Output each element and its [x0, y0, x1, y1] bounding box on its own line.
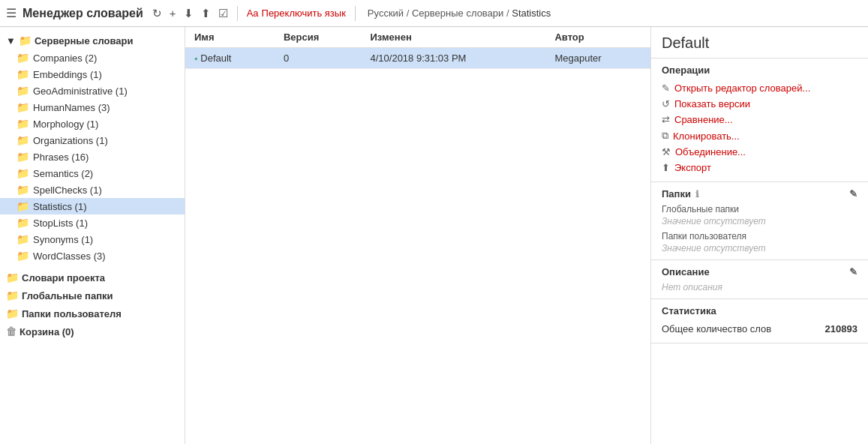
sidebar-item-organizations[interactable]: 📁 Organizations (1): [0, 132, 185, 148]
sidebar-item-label: WordClasses (3): [33, 250, 106, 262]
col-modified[interactable]: Изменен: [361, 27, 545, 48]
server-dicts-header[interactable]: ▼ 📁 Серверные словари: [0, 32, 185, 50]
folder-icon: 📁: [17, 250, 29, 262]
cell-version: 0: [275, 48, 362, 69]
description-empty: Нет описания: [662, 282, 857, 292]
upload-icon[interactable]: ⬆: [201, 7, 211, 20]
sidebar-item-statistics[interactable]: 📁 Statistics (1): [0, 198, 185, 214]
stats-title: Статистика: [662, 305, 857, 316]
folder-icon: 📁: [17, 101, 29, 113]
sidebar-item-phrases[interactable]: 📁 Phrases (16): [0, 148, 185, 165]
stats-section: Статистика Общее количество слов210893: [651, 299, 868, 344]
folder-icon: 📁: [17, 118, 29, 130]
folder-icon: 📁: [17, 52, 29, 64]
menu-icon[interactable]: ☰: [6, 6, 17, 20]
folder-icon: 📁: [17, 85, 29, 97]
topbar: ☰ Менеджер словарей ↻ + ⬇ ⬆ ☑ Aa Переклю…: [0, 0, 868, 27]
breadcrumb-part2[interactable]: Серверные словари: [412, 8, 503, 19]
add-icon[interactable]: +: [170, 7, 176, 20]
operation-item[interactable]: ⬆Экспорт: [662, 160, 857, 176]
folders-edit-icon[interactable]: ✎: [849, 188, 857, 200]
description-title: Описание ✎: [662, 266, 857, 278]
cell-author: Megaputer: [545, 48, 650, 69]
folder-icon: 📁: [17, 134, 29, 146]
collapse-icon: ▼: [6, 35, 16, 46]
operation-icon: ↺: [662, 98, 670, 110]
global-folders-header[interactable]: 📁 Глобальные папки: [0, 286, 185, 304]
sidebar-item-companies[interactable]: 📁 Companies (2): [0, 50, 185, 66]
server-dicts-label: Серверные словари: [35, 35, 134, 46]
sidebar-item-embeddings[interactable]: 📁 Embeddings (1): [0, 66, 185, 82]
folder-icon: 📁: [17, 167, 29, 179]
operation-item[interactable]: ✎Открыть редактор словарей...: [662, 80, 857, 96]
check-icon[interactable]: ☑: [218, 7, 228, 20]
project-dicts-folder-icon: 📁: [6, 272, 19, 284]
cell-name: ▪Default: [185, 48, 275, 69]
sidebar-item-wordclasses[interactable]: 📁 WordClasses (3): [0, 248, 185, 264]
operation-label: Показать версии: [674, 98, 750, 110]
operation-item[interactable]: ↺Показать версии: [662, 96, 857, 112]
download-icon[interactable]: ⬇: [184, 7, 194, 20]
folders-info-icon: ℹ: [695, 189, 699, 200]
operation-label: Открыть редактор словарей...: [674, 82, 810, 94]
global-folders-empty: Значение отсутствует: [662, 216, 857, 226]
sidebar-item-humannames[interactable]: 📁 HumanNames (3): [0, 99, 185, 116]
project-dicts-label: Словари проекта: [22, 272, 105, 284]
sidebar-item-morphology[interactable]: 📁 Morphology (1): [0, 116, 185, 132]
dict-table: Имя Версия Изменен Автор ▪Default 0 4/10…: [185, 27, 650, 444]
operation-label: Сравнение...: [674, 114, 733, 125]
refresh-icon[interactable]: ↻: [152, 7, 162, 20]
sidebar: ▼ 📁 Серверные словари 📁 Companies (2) 📁 …: [0, 27, 185, 444]
user-folders-sublabel: Папки пользователя: [662, 231, 857, 242]
operation-label: Объединение...: [675, 146, 746, 158]
dictionaries-table: Имя Версия Изменен Автор ▪Default 0 4/10…: [185, 27, 650, 69]
stat-value: 210893: [825, 323, 857, 334]
topbar-actions: ↻ + ⬇ ⬆ ☑: [152, 7, 228, 20]
sidebar-item-label: Synonyms (1): [33, 234, 93, 245]
sidebar-item-label: Embeddings (1): [33, 69, 102, 80]
folders-title: Папки ℹ ✎: [662, 188, 857, 200]
table-row[interactable]: ▪Default 0 4/10/2018 9:31:03 PM Megapute…: [185, 48, 650, 69]
operation-item[interactable]: ⧉Клонировать...: [662, 128, 857, 144]
topbar-divider: [237, 6, 238, 21]
user-folders-header[interactable]: 📁 Папки пользователя: [0, 304, 185, 322]
folders-section: Папки ℹ ✎ Глобальные папки Значение отсу…: [651, 182, 868, 260]
project-dicts-header[interactable]: 📁 Словари проекта: [0, 268, 185, 286]
sidebar-item-label: Statistics (1): [33, 201, 87, 212]
col-author[interactable]: Автор: [545, 27, 650, 48]
sidebar-item-label: Companies (2): [33, 52, 97, 64]
content-area: Имя Версия Изменен Автор ▪Default 0 4/10…: [185, 27, 650, 444]
sidebar-item-geoadministrative[interactable]: 📁 GeoAdministrative (1): [0, 82, 185, 99]
operation-item[interactable]: ⚒Объединение...: [662, 144, 857, 160]
operation-icon: ⧉: [662, 130, 668, 142]
operations-section: Операции ✎Открыть редактор словарей...↺П…: [651, 58, 868, 182]
trash-icon: 🗑: [6, 326, 17, 338]
switch-language-button[interactable]: Aa Переключить язык: [247, 8, 346, 19]
cell-modified: 4/10/2018 9:31:03 PM: [361, 48, 545, 69]
breadcrumb-current: Statistics: [512, 8, 551, 19]
switch-language-label: Переключить язык: [262, 8, 346, 19]
sidebar-item-synonyms[interactable]: 📁 Synonyms (1): [0, 231, 185, 248]
folder-icon: 📁: [17, 217, 29, 229]
trash-header[interactable]: 🗑 Корзина (0): [0, 322, 185, 340]
sidebar-item-label: Phrases (16): [33, 152, 89, 163]
sidebar-item-semantics[interactable]: 📁 Semantics (2): [0, 165, 185, 182]
trash-label: Корзина (0): [20, 326, 74, 338]
description-edit-icon[interactable]: ✎: [849, 266, 857, 278]
sidebar-item-label: Morphology (1): [33, 118, 98, 130]
sidebar-item-label: SpellChecks (1): [33, 184, 102, 196]
stat-label: Общее количество слов: [662, 323, 771, 334]
col-name[interactable]: Имя: [185, 27, 275, 48]
user-folders-icon: 📁: [6, 308, 19, 320]
sidebar-item-label: StopLists (1): [33, 218, 88, 229]
app-title: Менеджер словарей: [23, 7, 143, 20]
sidebar-item-spellchecks[interactable]: 📁 SpellChecks (1): [0, 182, 185, 198]
operations-list: ✎Открыть редактор словарей...↺Показать в…: [662, 80, 857, 176]
folder-icon: 📁: [17, 184, 29, 196]
breadcrumb-part1[interactable]: Русский: [368, 8, 404, 19]
breadcrumb: Русский / Серверные словари / Statistics: [368, 8, 551, 19]
operation-item[interactable]: ⇄Сравнение...: [662, 112, 857, 128]
sidebar-item-stoplists[interactable]: 📁 StopLists (1): [0, 214, 185, 231]
col-version[interactable]: Версия: [275, 27, 362, 48]
sidebar-item-label: Organizations (1): [33, 135, 108, 146]
